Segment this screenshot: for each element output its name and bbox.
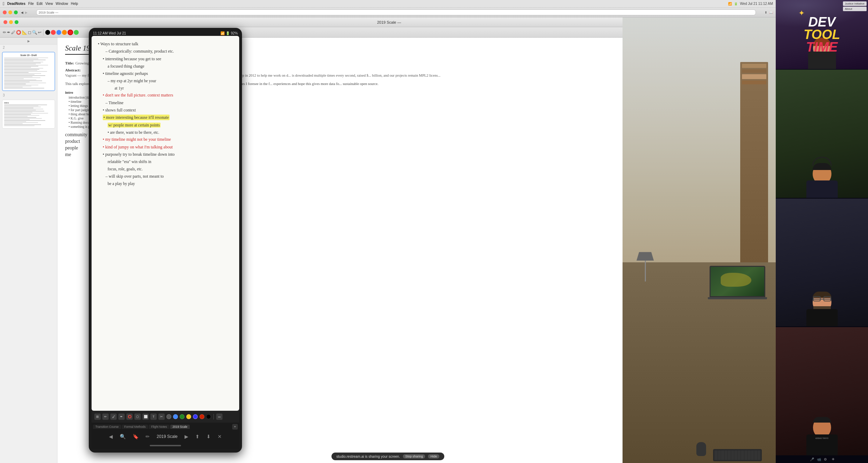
tablet-color-active-blue[interactable] [193, 414, 198, 419]
tablet-tool-4[interactable]: ✒ [118, 414, 125, 420]
tab-add-btn[interactable]: + [232, 424, 238, 430]
lasso-tool[interactable]: ⭕ [16, 30, 21, 35]
note-thumbnail-2[interactable]: intro [2, 100, 55, 129]
hide-button[interactable]: Hide [428, 454, 439, 458]
tablet-color-yellow[interactable] [186, 414, 191, 419]
tablet-color-blue[interactable] [173, 414, 178, 419]
body-3 [806, 309, 838, 326]
tablet-color-black[interactable] [206, 414, 211, 419]
tablet-tool-9[interactable]: ✂ [158, 414, 165, 420]
tablet-tool-1[interactable]: ⊞ [94, 414, 101, 420]
key [751, 450, 754, 460]
mic-icon[interactable]: 🎤 [810, 457, 814, 461]
pencil-tool[interactable]: ✏ [3, 30, 6, 35]
nav-back[interactable]: ◀ [21, 11, 23, 14]
tablet-line-19: be a play by play [108, 181, 233, 187]
key [731, 450, 734, 460]
fullscreen-btn[interactable] [15, 20, 18, 24]
pen-tool[interactable]: ✒ [7, 30, 10, 35]
book-1 [742, 64, 766, 68]
close-btn[interactable] [3, 20, 7, 24]
desk-surface [623, 262, 776, 463]
video-bg-2 [776, 70, 868, 198]
justice-initiative-tab[interactable]: Justice Initiative [843, 1, 867, 6]
minimize-button[interactable] [8, 10, 12, 14]
menu-view[interactable]: View [45, 2, 53, 6]
marker-tool[interactable]: 🖊 [11, 30, 15, 35]
color-red[interactable] [51, 30, 56, 35]
color-green[interactable] [74, 30, 79, 35]
minimize-btn[interactable] [9, 20, 13, 24]
nav-forward[interactable]: ▶ [25, 11, 28, 14]
ruler-tool[interactable]: 📐 [22, 30, 27, 35]
note-thumbnail-1[interactable]: Scale 19 - Draft [2, 52, 55, 91]
thumb-line [4, 121, 26, 122]
screen-share-area:  DeadNotes File Edit View Window Help 📶… [0, 0, 776, 463]
browser-url-bar[interactable]: 2019 Scale — [36, 9, 756, 15]
tablet-color-green[interactable] [180, 414, 185, 419]
menu-edit[interactable]: Edit [37, 2, 42, 6]
expand-icon[interactable]: ✦ [831, 456, 835, 462]
thumb-line [4, 85, 38, 85]
tablet-line-9: • shows full context [103, 107, 233, 113]
nav-upload-icon[interactable]: ⬆ [195, 434, 200, 439]
tab-formal-methods[interactable]: Formal Methods [122, 425, 148, 429]
tablet-screen: • Ways to structure talk – Categorically… [92, 36, 239, 411]
tablet-tool-3[interactable]: 🖊 [110, 414, 117, 420]
tablet-home-bar [92, 442, 239, 449]
nav-back-icon[interactable]: ◀ [109, 434, 113, 439]
nav-forward-icon[interactable]: ▶ [185, 434, 188, 439]
menu-help[interactable]: Help [71, 2, 78, 6]
apple-menu[interactable]:  [3, 1, 5, 6]
thumb-line [4, 116, 28, 117]
color-orange[interactable] [62, 30, 67, 35]
tablet-tool-5[interactable]: ⭕ [126, 414, 133, 420]
video-icon[interactable]: 📹 [817, 457, 821, 461]
thumb-line [4, 79, 36, 80]
color-active-red[interactable] [68, 30, 73, 35]
stop-sharing-button[interactable]: Stop sharing [403, 454, 425, 458]
color-blue[interactable] [56, 30, 61, 35]
logo-star-icon: ✦ [798, 9, 805, 18]
thumb-line [4, 112, 32, 113]
person-4-container: ADIDAS TOKYO [806, 417, 838, 455]
nav-download-icon[interactable]: ⬇ [206, 434, 211, 439]
thumb-line [4, 108, 33, 108]
color-black[interactable] [45, 30, 50, 35]
tablet-tool-2[interactable]: ✏ [102, 414, 109, 420]
nav-bookmark-icon[interactable]: 🔖 [133, 434, 139, 439]
zoom-tool[interactable]: 🔍 [32, 30, 37, 35]
undo-tool[interactable]: ↩ [38, 30, 41, 35]
tab-transition-course[interactable]: Transition Course [93, 425, 121, 429]
book-3 [742, 74, 766, 79]
thumb-line [4, 86, 31, 86]
menu-file[interactable]: File [28, 2, 34, 6]
map-landmass [721, 273, 751, 287]
settings-icon[interactable]: ⚙ [824, 457, 827, 461]
tablet-tool-8[interactable]: T [150, 414, 157, 420]
app-menu-deadnotes[interactable]: DeadNotes [7, 2, 25, 6]
tab-2019-scale[interactable]: 2019 Scale [170, 425, 190, 429]
eraser-tool[interactable]: ◻ [28, 30, 31, 35]
nav-close-icon[interactable]: ✕ [218, 434, 222, 439]
tablet-line-15: • purposely try to break timeline down i… [103, 152, 233, 157]
tab-flight-notes[interactable]: Flight Notes [149, 425, 169, 429]
close-button[interactable] [3, 10, 7, 14]
menu-window[interactable]: Window [56, 2, 68, 6]
tablet-status-bar: 11:12 AM Wed Jul 21 📶 🔋 92% [92, 31, 239, 35]
share-icon[interactable]: ⬆ [765, 11, 767, 14]
sidebar-collapse-btn[interactable]: ▶ [0, 38, 57, 45]
tablet-tool-dots[interactable]: ••• [216, 414, 222, 420]
tablet-tool-7[interactable]: ⬜ [142, 414, 149, 420]
tablet-color-red[interactable] [200, 414, 204, 419]
maximize-button[interactable] [14, 10, 18, 14]
tablet-tool-6[interactable]: ⬡ [134, 414, 141, 420]
about-tab[interactable]: About [843, 7, 867, 11]
bookmark-icon[interactable]: 📖 [769, 11, 773, 14]
tablet-line-0: • Ways to structure talk [98, 41, 233, 47]
thumb-line [4, 123, 23, 124]
thumb-line [4, 74, 34, 75]
nav-search-icon[interactable]: 🔍 [120, 434, 126, 439]
tablet-color-gray[interactable] [166, 414, 171, 419]
nav-pen-icon[interactable]: ✏ [146, 434, 150, 439]
